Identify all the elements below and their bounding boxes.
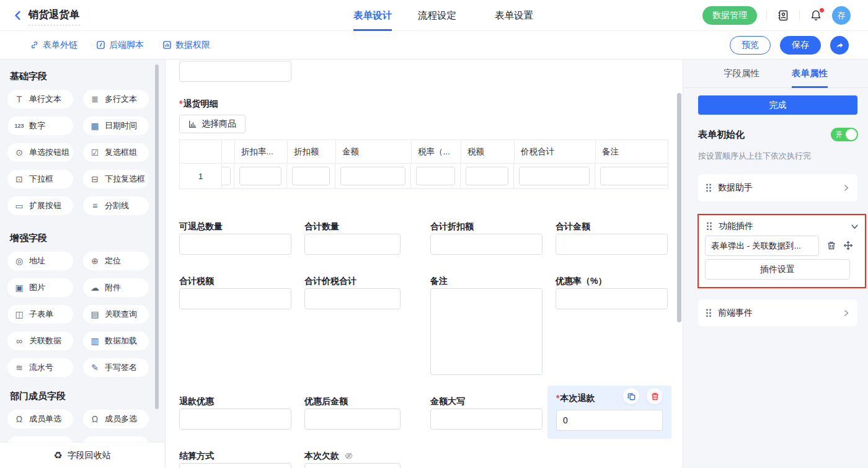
data-manage-button[interactable]: 数据管理 (702, 6, 757, 25)
sidebar-field-multi-line-text[interactable]: ≣多行文本 (83, 90, 149, 108)
plugin-select[interactable]: 表单弹出 - 关联数据到... (705, 236, 819, 256)
cell-input[interactable] (222, 167, 231, 185)
save-button[interactable]: 保存 (780, 36, 821, 55)
total-amount-input[interactable] (556, 234, 668, 255)
sidebar-field-signature[interactable]: ✎手写签名 (83, 358, 149, 377)
done-button[interactable]: 完成 (698, 95, 857, 115)
backend-script-link[interactable]: 后端脚本 (96, 40, 144, 51)
recycle-icon: ♻ (53, 449, 62, 461)
settlement-method-input[interactable] (179, 463, 291, 468)
tab-form-design[interactable]: 表单设计 (353, 0, 392, 31)
total-discount-input[interactable] (430, 234, 542, 255)
toolbar-actions: 预览 保存 (730, 31, 849, 59)
sidebar-field-linked-query[interactable]: ▤关联查询 (83, 305, 149, 324)
refund-discount-input[interactable] (179, 408, 291, 430)
remark-textarea[interactable] (430, 288, 542, 375)
notification-bell-icon[interactable] (809, 9, 823, 22)
discount-rate-input[interactable] (556, 288, 668, 309)
field-pill-label: 下拉复选框 (105, 174, 145, 185)
form-init-toggle[interactable]: 开 (831, 128, 858, 141)
cell-input[interactable] (600, 167, 668, 185)
radio-group-icon: ⊙ (14, 148, 25, 157)
delete-field-button[interactable] (647, 388, 663, 404)
sidebar-field-image[interactable]: ▣图片 (7, 278, 73, 297)
sidebar-field-serial-number[interactable]: ≋流水号 (7, 358, 73, 377)
sidebar-field-datetime[interactable]: ▦日期时间 (83, 117, 149, 135)
sidebar-field-checkbox-group[interactable]: ☑复选框组 (83, 143, 149, 162)
field-pill-label: 日期时间 (105, 120, 137, 131)
form-external-link[interactable]: 表单外链 (30, 40, 78, 51)
sidebar-field-radio-group[interactable]: ⊙单选按钮组 (7, 143, 73, 162)
sidebar-field-location[interactable]: ⊕定位 (83, 252, 149, 270)
sidebar-scrollbar[interactable] (155, 64, 159, 409)
linked-data-icon: ∞ (14, 336, 25, 346)
preview-button[interactable]: 预览 (730, 36, 771, 55)
field-recycle-bin[interactable]: ♻ 字段回收站 (0, 443, 164, 468)
attachment-icon: ☁ (89, 283, 100, 293)
sidebar-section-title: 部门成员字段 (10, 391, 165, 402)
amount-after-discount-input[interactable] (304, 408, 401, 430)
field-pill-label: 单选按钮组 (29, 147, 69, 158)
plugin-settings-button[interactable]: 插件设置 (705, 259, 850, 280)
tab-form-setting[interactable]: 表单设置 (495, 0, 533, 31)
copy-field-button[interactable] (623, 388, 639, 404)
sidebar-field-select[interactable]: ⊡下拉框 (7, 170, 73, 188)
canvas-top-input[interactable] (179, 61, 291, 82)
sidebar-field-number[interactable]: 123数字 (7, 117, 73, 135)
field-total-with-tax: 合计价税合计 (304, 275, 401, 309)
plugin-move-icon[interactable] (843, 241, 853, 250)
cell-input[interactable] (519, 167, 590, 185)
plugin-header[interactable]: 功能插件 (706, 221, 859, 232)
avatar[interactable]: 存 (832, 6, 851, 25)
sidebar-field-attachment[interactable]: ☁附件 (83, 278, 149, 297)
current-refund-input[interactable] (556, 410, 663, 431)
frontend-event-card[interactable]: 前端事件 (698, 299, 857, 326)
current-debt-input[interactable] (304, 463, 401, 468)
field-pill-label: 关联查询 (105, 309, 137, 320)
sidebar-field-extend-button[interactable]: ▭扩展按钮 (7, 196, 73, 215)
field-pill-label: 图片 (29, 282, 45, 293)
tab-flow-setting[interactable]: 流程设定 (418, 0, 456, 31)
toggle-knob (846, 129, 857, 140)
selected-field-current-refund[interactable]: *本次退款 (547, 386, 671, 439)
sidebar-field-address[interactable]: ◎地址 (7, 252, 73, 270)
cell-input[interactable] (416, 167, 455, 185)
total-tax-input[interactable] (179, 288, 291, 309)
refundable-total-input[interactable] (179, 234, 291, 255)
sidebar-field-linked-data[interactable]: ∞关联数据 (7, 332, 73, 350)
data-assistant-card[interactable]: 数据助手 (698, 174, 857, 201)
sidebar-field-member-multi[interactable]: Ω成员多选 (83, 410, 149, 428)
table-cell (461, 164, 514, 188)
total-with-tax-input[interactable] (304, 288, 401, 309)
field-discount-rate: 优惠率（%） (556, 275, 668, 309)
table-cell (514, 164, 595, 188)
canvas-scrollbar[interactable] (677, 93, 681, 322)
plugin-delete-icon[interactable] (826, 241, 836, 250)
sidebar-field-subform[interactable]: ◫子表单 (7, 305, 73, 324)
data-permission-link[interactable]: 数据权限 (162, 40, 210, 51)
multi-line-text-icon: ≣ (89, 94, 100, 104)
cell-input[interactable] (292, 167, 330, 185)
form-toolbar: 表单外链 后端脚本 数据权限 预览 保存 (0, 31, 868, 60)
amount-in-words-input[interactable] (430, 408, 542, 430)
chevron-down-icon[interactable] (851, 223, 859, 231)
detail-table-header: 折扣率...折扣额金额税率（...税额价税合计备注 (180, 140, 668, 164)
sidebar-field-member-single[interactable]: Ω成员单选 (7, 410, 73, 428)
member-single-icon: Ω (14, 414, 25, 424)
page-title[interactable]: 销货退货单 (29, 8, 80, 25)
share-button[interactable] (830, 36, 849, 55)
field-amount-after-discount: 优惠后金额 (304, 395, 401, 430)
cell-input[interactable] (466, 167, 508, 185)
tab-field-properties[interactable]: 字段属性 (724, 60, 760, 88)
sidebar-field-divider[interactable]: ≡分割线 (83, 196, 149, 215)
select-product-button[interactable]: 选择商品 (179, 115, 246, 133)
sidebar-field-multi-select[interactable]: ⊟下拉复选框 (83, 170, 149, 188)
cell-input[interactable] (340, 167, 405, 185)
sidebar-field-single-line-text[interactable]: T单行文本 (7, 90, 73, 108)
sidebar-field-data-load[interactable]: ▥数据加载 (83, 332, 149, 350)
total-qty-input[interactable] (304, 234, 401, 255)
tab-form-properties[interactable]: 表单属性 (792, 60, 828, 88)
cell-input[interactable] (239, 167, 281, 185)
back-icon[interactable] (12, 10, 24, 21)
contacts-icon[interactable] (776, 9, 790, 22)
